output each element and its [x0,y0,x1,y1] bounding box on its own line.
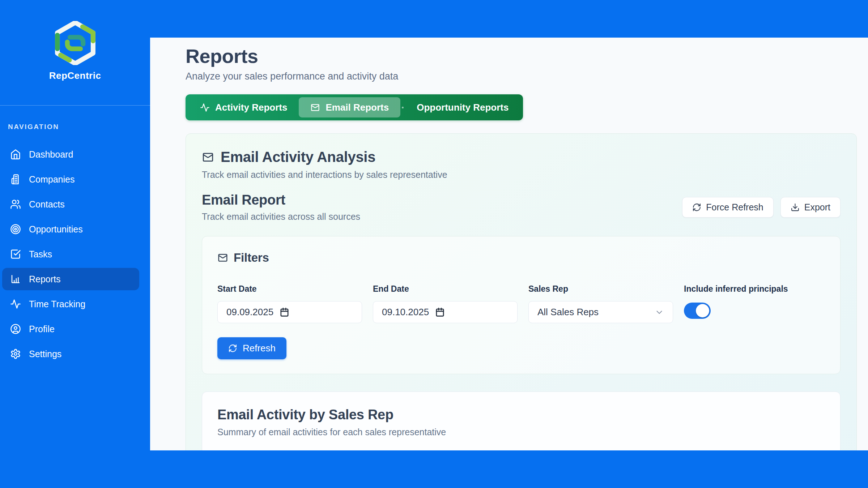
filters-title: Filters [234,251,269,265]
force-refresh-label: Force Refresh [706,202,763,213]
user-circle-icon [10,324,21,334]
email-report-subtitle: Track email activities across all source… [202,211,360,222]
chevron-down-icon [655,308,664,317]
sidebar-item-companies[interactable]: Companies [2,168,139,191]
gear-icon [10,348,21,359]
sales-rep-label: Sales Rep [528,284,673,294]
sidebar-item-label: Profile [29,324,55,334]
refresh-icon [692,203,701,212]
force-refresh-button[interactable]: Force Refresh [682,197,773,218]
filter-grid: Start Date 09.09.2025 End Date 09.10.202… [217,284,825,323]
sales-rep-group: Sales Rep All Sales Reps [528,284,673,323]
repcentric-logo-icon [55,21,95,65]
main-content: Reports Analyze your sales performance a… [150,38,868,450]
sales-rep-select[interactable]: All Sales Reps [528,301,673,323]
email-report-header-row: Email Report Track email activities acro… [202,192,841,222]
sales-rep-value: All Sales Reps [537,307,599,318]
by-rep-subtitle: Summary of email activities for each sal… [217,427,825,437]
include-inferred-group: Include inferred principals [684,284,829,323]
start-date-input[interactable]: 09.09.2025 [217,301,362,323]
sidebar-item-opportunities[interactable]: Opportunities [2,218,139,240]
sidebar-item-label: Time Tracking [29,299,85,309]
tab-opportunity-reports[interactable]: Opportunity Reports [405,97,520,117]
sidebar-item-label: Settings [29,349,61,359]
sidebar-item-settings[interactable]: Settings [2,343,139,365]
check-square-icon [10,249,21,260]
calendar-icon[interactable] [279,307,290,317]
nav-section-label: NAVIGATION [8,123,139,131]
include-inferred-toggle[interactable] [684,303,711,319]
end-date-label: End Date [373,284,518,294]
sidebar-item-tasks[interactable]: Tasks [2,243,139,265]
end-date-group: End Date 09.10.2025 [373,284,518,323]
start-date-group: Start Date 09.09.2025 [217,284,362,323]
export-button[interactable]: Export [780,197,841,218]
brand-block: RepCentric [0,0,150,106]
export-label: Export [804,202,830,213]
start-date-value: 09.09.2025 [226,307,273,318]
tab-label: Activity Reports [215,102,287,113]
email-report-titles: Email Report Track email activities acro… [202,192,360,222]
end-date-value: 09.10.2025 [382,307,429,318]
email-activity-by-rep-card: Email Activity by Sales Rep Summary of e… [202,391,841,450]
sidebar-item-dashboard[interactable]: Dashboard [2,143,139,166]
refresh-label: Refresh [243,343,276,354]
toggle-knob [696,304,709,317]
refresh-button[interactable]: Refresh [217,337,286,359]
users-icon [10,199,21,210]
analysis-subtitle: Track email activities and interactions … [202,170,841,180]
home-icon [10,149,21,160]
page-subtitle: Analyze your sales performance and activ… [186,71,857,82]
tab-label: Opportunity Reports [417,102,509,113]
activity-icon [200,103,210,112]
report-actions: Force Refresh Export [682,197,841,218]
report-tabs: Activity Reports Email Reports Opportuni… [186,94,523,120]
sidebar-nav: NAVIGATION Dashboard Companies Contacts … [0,106,150,365]
sidebar-item-label: Dashboard [29,149,73,160]
email-report-title: Email Report [202,192,360,208]
building-icon [10,174,21,185]
sidebar-item-reports[interactable]: Reports [2,268,139,290]
by-rep-title: Email Activity by Sales Rep [217,407,825,423]
tab-activity-reports[interactable]: Activity Reports [188,97,299,117]
tab-label: Email Reports [326,102,389,113]
tab-email-reports[interactable]: Email Reports [299,97,400,117]
sidebar-item-label: Tasks [29,249,52,260]
filters-header: Filters [217,251,825,265]
sidebar-item-label: Reports [29,274,61,284]
brand-name: RepCentric [49,70,101,81]
include-inferred-label: Include inferred principals [684,284,829,294]
mail-icon [310,103,320,112]
refresh-icon [228,344,237,353]
analysis-title: Email Activity Analysis [221,149,375,165]
sidebar: RepCentric NAVIGATION Dashboard Companie… [0,0,150,488]
sidebar-item-time-tracking[interactable]: Time Tracking [2,293,139,315]
download-icon [791,203,800,212]
sidebar-item-contacts[interactable]: Contacts [2,193,139,215]
analysis-card-header: Email Activity Analysis [202,149,841,165]
sidebar-item-label: Companies [29,174,75,185]
bar-chart-icon [10,274,21,284]
sidebar-item-label: Contacts [29,199,65,210]
sidebar-item-profile[interactable]: Profile [2,318,139,340]
filters-card: Filters Start Date 09.09.2025 End Date 0… [202,236,841,374]
calendar-icon[interactable] [435,307,445,317]
tab-separator-dot [402,107,404,108]
start-date-label: Start Date [217,284,362,294]
page-title: Reports [186,45,857,67]
mail-icon [202,151,214,163]
mail-icon [217,252,228,263]
email-activity-analysis-card: Email Activity Analysis Track email acti… [186,133,857,450]
end-date-input[interactable]: 09.10.2025 [373,301,518,323]
sidebar-item-label: Opportunities [29,224,83,235]
target-icon [10,224,21,235]
activity-icon [10,299,21,309]
